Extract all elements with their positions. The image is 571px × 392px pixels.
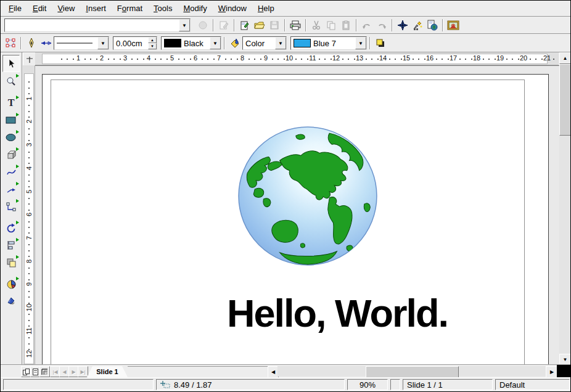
autopilot-icon[interactable] — [410, 18, 425, 33]
area-fill-icon[interactable] — [228, 36, 242, 51]
line-color-combo[interactable]: Black ▼ — [161, 36, 221, 50]
function-bar: ▼ — [1, 17, 570, 34]
separator — [224, 37, 225, 49]
open-icon[interactable] — [252, 18, 267, 33]
pen-icon[interactable] — [24, 36, 39, 51]
flyout-indicator — [16, 130, 19, 134]
navigator-icon[interactable] — [395, 18, 410, 33]
cut-icon[interactable] — [309, 18, 324, 33]
fill-type-combo[interactable]: Color ▼ — [242, 36, 287, 50]
menu-file[interactable]: File — [3, 2, 27, 15]
status-style-field[interactable]: Default — [495, 379, 570, 390]
status-zoom-field[interactable]: 90% — [347, 379, 388, 390]
horizontal-scrollbar[interactable] — [277, 366, 546, 377]
arrange-tool[interactable] — [3, 255, 19, 271]
line-color-dropdown-button[interactable]: ▼ — [210, 37, 221, 49]
flyout-indicator — [16, 277, 19, 280]
undo-icon[interactable] — [359, 18, 374, 33]
page-view-icon — [23, 369, 30, 375]
hyperlink-icon[interactable] — [425, 18, 440, 33]
menu-tools[interactable]: Tools — [148, 2, 178, 15]
insert-tool[interactable] — [3, 276, 19, 292]
ruler-origin-button[interactable] — [23, 52, 36, 67]
line-width-spinner[interactable]: 0.00cm ▲ ▼ — [113, 36, 157, 50]
application-window: FileEditViewInsertFormatToolsModifyWindo… — [0, 0, 571, 392]
ruler-label: 2 — [25, 117, 33, 126]
vertical-ruler[interactable]: 123456789101112 — [23, 65, 35, 364]
edit-points-icon[interactable] — [3, 36, 18, 51]
separator — [234, 19, 235, 31]
flyout-indicator — [16, 255, 19, 259]
select-tool[interactable] — [2, 55, 20, 72]
line-style-dropdown-button[interactable]: ▼ — [97, 37, 109, 49]
ellipse-tool[interactable] — [3, 129, 19, 145]
horizontal-scroll-thumb[interactable] — [366, 366, 459, 378]
url-combo[interactable]: ▼ — [4, 18, 191, 32]
url-dropdown-button[interactable]: ▼ — [179, 19, 190, 31]
arrow-style-icon[interactable] — [39, 36, 54, 51]
copy-icon[interactable] — [324, 18, 339, 33]
ruler-label: 5 — [168, 54, 176, 62]
cursor-position: 8.49 / 1.87 — [174, 380, 212, 390]
ruler-label: 20 — [519, 54, 528, 62]
horizontal-ruler[interactable]: 123456789101112131415161718192021 — [35, 52, 559, 65]
menu-help[interactable]: Help — [252, 2, 280, 15]
line-width-up-button[interactable]: ▲ — [148, 37, 157, 43]
fill-color-name: Blue 7 — [313, 39, 336, 48]
drawing-canvas[interactable]: Hello, World. — [35, 65, 559, 364]
gallery-icon[interactable] — [446, 18, 461, 33]
ruler-label: 12 — [25, 349, 33, 358]
ruler-label: 10 — [285, 54, 294, 62]
flyout-indicator — [16, 182, 19, 186]
flyout-indicator — [16, 147, 19, 151]
3d-objects-tool[interactable] — [3, 147, 19, 163]
effects-tool[interactable] — [3, 293, 19, 309]
menu-bar: FileEditViewInsertFormatToolsModifyWindo… — [1, 1, 570, 17]
save-icon[interactable] — [267, 18, 282, 33]
zoom-tool[interactable] — [3, 73, 19, 89]
line-width-down-button[interactable]: ▼ — [148, 43, 157, 49]
rectangle-tool[interactable] — [3, 112, 19, 128]
scroll-up-button[interactable]: ▲ — [559, 52, 571, 64]
slide-tab[interactable]: Slide 1 — [87, 366, 128, 377]
menu-view[interactable]: View — [52, 2, 80, 15]
ruler-label: 8 — [25, 257, 33, 266]
menu-modify[interactable]: Modify — [178, 2, 212, 15]
lines-arrows-tool[interactable] — [3, 181, 19, 197]
new-document-icon[interactable] — [237, 18, 252, 33]
connector-tool[interactable] — [3, 198, 19, 214]
menu-window[interactable]: Window — [213, 2, 252, 15]
menu-edit[interactable]: Edit — [27, 2, 52, 15]
menu-format[interactable]: Format — [112, 2, 148, 15]
slide-title-text[interactable]: Hello, World. — [134, 291, 541, 335]
scroll-right-button[interactable]: ▶ — [546, 366, 558, 378]
curve-tool[interactable] — [3, 164, 19, 180]
status-bar: 8.49 / 1.87 90% Slide 1 / 1 Default — [1, 377, 570, 392]
text-tool[interactable]: T — [3, 95, 19, 111]
redo-icon[interactable] — [374, 18, 389, 33]
window-corner — [557, 365, 571, 378]
alignment-tool[interactable] — [3, 237, 19, 253]
vertical-scrollbar[interactable]: ▲ ▼ — [559, 52, 571, 364]
ruler-label: 6 — [25, 210, 33, 219]
ruler-label: 1 — [25, 94, 33, 103]
vertical-scroll-thumb[interactable] — [559, 64, 571, 136]
fill-color-combo[interactable]: Blue 7 ▼ — [290, 36, 367, 50]
print-icon[interactable] — [288, 18, 303, 33]
menu-insert[interactable]: Insert — [80, 2, 112, 15]
ruler-label: 13 — [355, 54, 364, 62]
rotate-tool[interactable] — [3, 220, 19, 236]
shadow-icon[interactable] — [373, 36, 388, 51]
fill-type-dropdown-button[interactable]: ▼ — [275, 37, 286, 49]
stop-icon[interactable] — [195, 18, 210, 33]
line-style-combo[interactable]: ▼ — [54, 36, 109, 50]
layer-view-button[interactable] — [39, 366, 50, 377]
last-page-button[interactable]: ▶| — [78, 366, 88, 377]
separator — [213, 19, 214, 31]
paste-icon[interactable] — [339, 18, 353, 33]
edit-file-icon[interactable] — [216, 18, 231, 33]
master-view-icon — [33, 369, 38, 375]
ruler-label: 2 — [97, 54, 106, 62]
fill-color-dropdown-button[interactable]: ▼ — [355, 37, 366, 49]
globe-image[interactable] — [236, 125, 379, 267]
